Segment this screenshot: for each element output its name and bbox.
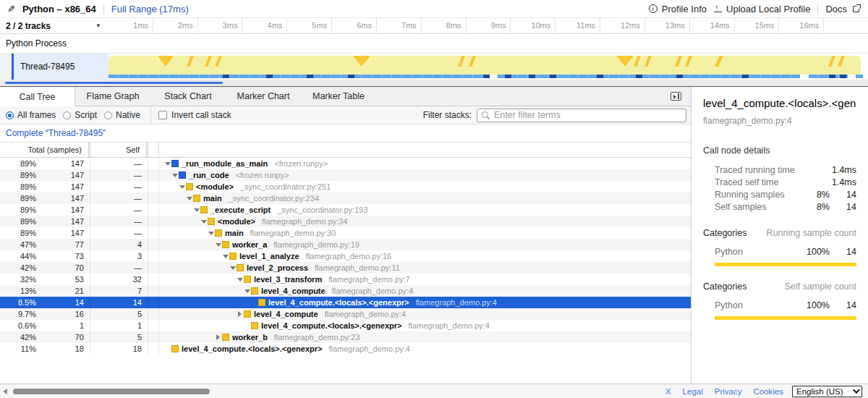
collapse-arrow-icon[interactable] (192, 205, 200, 215)
category-row: Python100%14 (703, 299, 856, 311)
footer-link-privacy[interactable]: Privacy (715, 387, 742, 396)
radio-all-frames[interactable]: All frames (6, 110, 56, 120)
tab-call-tree[interactable]: Call Tree (0, 87, 75, 106)
file-location: <frozen runpy> (236, 171, 289, 179)
total-samples: 1 (36, 320, 90, 331)
invert-call-stack-checkbox[interactable] (158, 111, 167, 119)
marker-slash[interactable] (187, 56, 194, 67)
marker-triangle[interactable] (158, 56, 174, 67)
ruler-tick: 5ms (287, 18, 332, 33)
profile-info-button[interactable]: i Profile Info (649, 4, 707, 14)
language-select[interactable]: English (US) (792, 386, 862, 397)
marker-slash[interactable] (838, 56, 845, 67)
tab-bar: Call TreeFlame GraphStack ChartMarker Ch… (0, 87, 691, 106)
marker-slash[interactable] (458, 56, 465, 67)
collapse-arrow-icon[interactable] (200, 216, 208, 226)
thread-activity-graph[interactable] (109, 54, 868, 80)
tab-marker-chart[interactable]: Marker Chart (226, 87, 301, 106)
full-range-button[interactable]: Full Range (17ms) (111, 4, 189, 14)
tree-cell: <module>flamegraph_demo.py:34 (159, 216, 691, 227)
scrollbar-thumb[interactable] (13, 389, 210, 394)
column-header-icon (148, 143, 159, 157)
table-row[interactable]: 89%147—mainflamegraph_demo.py:30 (0, 227, 691, 239)
radio-script[interactable]: Script (63, 110, 97, 120)
table-row[interactable]: 89%147—_execute_script_sync_coordinator.… (0, 204, 691, 216)
expand-arrow-icon[interactable] (236, 311, 244, 317)
icon-column (148, 343, 159, 355)
total-percent: 89% (0, 159, 36, 168)
marker-slash[interactable] (685, 56, 692, 67)
marker-slash[interactable] (828, 56, 835, 67)
collapse-arrow-icon[interactable] (178, 182, 186, 192)
marker-slash[interactable] (715, 56, 723, 67)
table-row[interactable]: 8.5%1414level_4_compute.<locals>.<genexp… (0, 297, 691, 308)
collapse-arrow-icon[interactable] (171, 170, 179, 180)
footer-link-legal[interactable]: Legal (683, 387, 703, 396)
table-row[interactable]: 42%70—level_2_processflamegraph_demo.py:… (0, 262, 691, 274)
collapse-arrow-icon[interactable] (214, 240, 222, 250)
marker-slash[interactable] (634, 56, 641, 67)
table-row[interactable]: 89%147—_run_code<frozen runpy> (0, 169, 691, 181)
collapse-arrow-icon[interactable] (185, 193, 193, 203)
total-percent: 32% (0, 275, 36, 284)
total-percent: 11% (0, 344, 36, 353)
category-percent: 100% (801, 247, 830, 257)
table-row[interactable]: 42%705worker_bflamegraph_demo.py:23 (0, 331, 691, 343)
marker-slash[interactable] (215, 56, 222, 67)
edit-pencil-icon[interactable]: ✎ (7, 4, 15, 14)
table-row[interactable]: 89%147—main_sync_coordinator.py:234 (0, 192, 691, 204)
main-panel: Call TreeFlame GraphStack ChartMarker Ch… (0, 86, 868, 384)
complete-thread-link[interactable]: Complete “Thread-78495” (6, 128, 106, 138)
table-row[interactable]: 0.6%11level_4_compute.<locals>.<genexpr>… (0, 320, 691, 331)
table-row[interactable]: 89%147—<module>flamegraph_demo.py:34 (0, 216, 691, 227)
total-samples: 147 (36, 158, 90, 169)
collapse-arrow-icon[interactable] (229, 263, 237, 273)
thread-track-label[interactable]: Thread-78495 (14, 54, 109, 80)
divider (103, 4, 104, 14)
table-row[interactable]: 13%217level_4_computeflamegraph_demo.py:… (0, 285, 691, 297)
total-percent: 42% (0, 333, 36, 342)
table-row[interactable]: 89%147—<module>_sync_coordinator.py:251 (0, 181, 691, 192)
tab-stack-chart[interactable]: Stack Chart (150, 87, 226, 106)
icon-column (148, 250, 159, 262)
collapse-arrow-icon[interactable] (163, 158, 171, 169)
tracks-dropdown[interactable]: 2 / 2 tracks ▼ (0, 18, 109, 33)
footer-link-cookies[interactable]: Cookies (753, 387, 783, 396)
table-row[interactable]: 32%5332level_3_transformflamegraph_demo.… (0, 274, 691, 285)
table-row[interactable]: 89%147—_run_module_as_main<frozen runpy> (0, 158, 691, 169)
process-track[interactable]: Python Process (0, 34, 868, 54)
column-header-self[interactable]: Self (90, 143, 148, 157)
radio-native[interactable]: Native (104, 110, 140, 120)
track-gutter (0, 54, 12, 80)
marker-slash[interactable] (205, 56, 212, 67)
sample-strip (109, 75, 861, 78)
collapse-arrow-icon[interactable] (207, 228, 215, 238)
collapse-arrow-icon[interactable] (221, 251, 229, 261)
table-row[interactable]: 11%1818level_4_compute.<locals>.<genexpr… (0, 343, 691, 355)
committed-range-bar[interactable] (5, 82, 223, 84)
table-row[interactable]: 44%733level_1_analyzeflamegraph_demo.py:… (0, 250, 691, 262)
scroll-left-icon[interactable] (3, 389, 7, 394)
marker-triangle[interactable] (353, 56, 370, 67)
file-location: flamegraph_demo.py:4 (408, 321, 490, 330)
filter-input[interactable]: Enter filter terms (477, 109, 686, 122)
marker-slash[interactable] (469, 56, 476, 67)
docs-link[interactable]: Docs (825, 4, 859, 14)
sidebar-toggle-icon[interactable] (671, 92, 681, 101)
footer-link-x[interactable]: X (665, 387, 671, 396)
function-name: _execute_script (210, 206, 271, 214)
total-percent: 8.5% (0, 298, 36, 307)
expand-arrow-icon[interactable] (214, 334, 222, 340)
tab-marker-table[interactable]: Marker Table (301, 87, 376, 106)
collapse-arrow-icon[interactable] (243, 286, 251, 296)
marker-slash[interactable] (675, 56, 682, 67)
table-row[interactable]: 47%774worker_aflamegraph_demo.py:19 (0, 239, 691, 250)
tree-cell: level_4_compute.<locals>.<genexpr>flameg… (159, 343, 691, 355)
upload-profile-button[interactable]: Upload Local Profile (714, 4, 810, 14)
tab-flame-graph[interactable]: Flame Graph (75, 87, 150, 106)
collapse-arrow-icon[interactable] (236, 274, 244, 284)
column-header-total[interactable]: Total (samples) (0, 143, 90, 157)
table-row[interactable]: 9.7%165level_4_computeflamegraph_demo.py… (0, 308, 691, 320)
marker-slash[interactable] (644, 56, 652, 67)
marker-triangle[interactable] (616, 56, 634, 67)
